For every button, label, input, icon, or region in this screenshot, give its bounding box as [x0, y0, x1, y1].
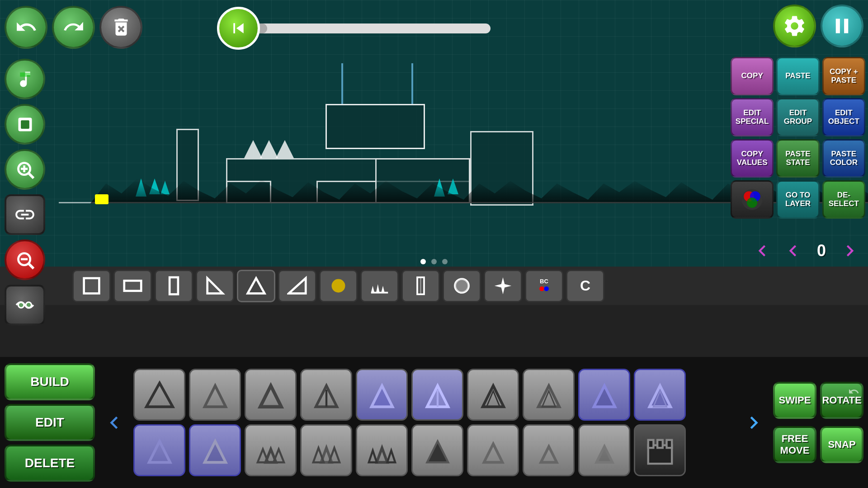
svg-marker-21 [289, 278, 306, 294]
svg-marker-47 [649, 385, 670, 407]
tab-diagonal[interactable] [196, 270, 234, 302]
tab-circle-white[interactable] [443, 270, 481, 302]
hanging-platform [326, 104, 425, 149]
paste-state-button[interactable]: PASTE STATE [776, 139, 819, 178]
tab-grass[interactable] [360, 270, 399, 302]
tab-square[interactable] [72, 270, 111, 302]
tab-triangle-active[interactable] [237, 270, 275, 302]
svg-marker-44 [538, 385, 559, 407]
tab-pipe[interactable] [401, 270, 440, 302]
obj-spike-multi-2[interactable] [300, 424, 352, 476]
zoom-in-button[interactable] [5, 149, 45, 190]
obj-spike-6[interactable] [411, 369, 463, 421]
dot-3[interactable] [442, 259, 448, 264]
go-to-layer-button[interactable]: GO TO LAYER [776, 180, 819, 219]
edit-group-button[interactable]: EDIT GROUP [776, 98, 819, 136]
obj-spike-9[interactable] [578, 369, 630, 421]
color-wheel-button[interactable] [731, 180, 774, 219]
tab-bc[interactable]: BC [525, 270, 563, 302]
settings-button[interactable] [773, 5, 816, 47]
obj-spike-outline[interactable] [578, 424, 630, 476]
obj-spike-7[interactable] [467, 369, 519, 421]
obj-spike-4[interactable] [300, 369, 352, 421]
undo-button[interactable] [5, 6, 47, 49]
right-panel-row-2: EDIT SPECIAL EDIT GROUP EDIT OBJECT [731, 98, 865, 136]
zoom-out-button[interactable] [5, 239, 45, 280]
svg-point-15 [747, 197, 757, 208]
obj-spike-12[interactable] [189, 424, 241, 476]
copy-values-button[interactable]: COPY VALUES [731, 139, 774, 178]
obj-row-2 [133, 424, 735, 476]
svg-rect-16 [84, 278, 99, 294]
right-panel-row-4: GO TO LAYER DE- SELECT [731, 180, 865, 219]
link-button[interactable] [5, 194, 45, 235]
build-mode-button[interactable]: BUILD [5, 363, 95, 400]
tab-c[interactable]: C [566, 270, 604, 302]
obj-spike-8[interactable] [523, 369, 575, 421]
obj-spike-med[interactable] [467, 424, 519, 476]
snap-button[interactable]: SNAP [820, 426, 863, 463]
obj-spike-multi-1[interactable] [245, 424, 297, 476]
obj-spike-1[interactable] [133, 369, 185, 421]
copy-button[interactable]: COPY [731, 57, 774, 95]
right-panel-row-3: COPY VALUES PASTE STATE PASTE COLOR [731, 139, 865, 178]
objects-prev-button[interactable] [99, 377, 129, 468]
svg-marker-60 [427, 441, 448, 462]
edit-special-button[interactable]: EDIT SPECIAL [731, 98, 774, 136]
svg-marker-42 [482, 385, 504, 407]
copy-paste-button[interactable]: COPY + PASTE [822, 57, 865, 95]
svg-rect-66 [657, 440, 663, 448]
layer-prev-far[interactable] [749, 237, 776, 264]
objects-next-button[interactable] [739, 377, 769, 468]
tab-sparkle[interactable] [484, 270, 522, 302]
tab-circle[interactable] [319, 270, 358, 302]
obj-spike-5[interactable] [356, 369, 408, 421]
delete-mode-button[interactable]: DELETE [5, 445, 95, 482]
svg-marker-49 [149, 441, 170, 462]
layer-next[interactable] [836, 237, 863, 264]
layer-prev[interactable] [779, 237, 807, 264]
obj-spike-sm[interactable] [523, 424, 575, 476]
tab-ramp[interactable] [278, 270, 316, 302]
paste-color-button[interactable]: PASTE COLOR [822, 139, 865, 178]
pause-button[interactable] [821, 5, 863, 47]
obj-spike-2[interactable] [189, 369, 241, 421]
stop-button[interactable] [5, 104, 45, 145]
music-button[interactable] [5, 59, 45, 99]
tab-rect[interactable] [113, 270, 152, 302]
svg-marker-19 [208, 278, 223, 294]
edit-mode-button[interactable]: EDIT [5, 404, 95, 441]
play-button[interactable] [217, 7, 260, 50]
delete-all-button[interactable] [99, 6, 142, 49]
redo-button[interactable] [52, 6, 95, 49]
progress-bar-container[interactable] [255, 23, 491, 33]
obj-spike-dark[interactable] [411, 424, 463, 476]
right-action-buttons: SWIPE ROTATE FREE MOVE SNAP [773, 382, 863, 463]
svg-rect-65 [648, 440, 653, 448]
rotate-button[interactable]: ROTATE [820, 382, 863, 419]
svg-marker-55 [313, 448, 323, 462]
paste-button[interactable]: PASTE [776, 57, 819, 95]
svg-marker-39 [371, 385, 392, 407]
layer-nav: 0 [749, 237, 863, 264]
edit-object-button[interactable]: EDIT OBJECT [822, 98, 865, 136]
deselect-button[interactable]: DE- SELECT [822, 180, 865, 219]
obj-spike-10[interactable] [634, 369, 686, 421]
free-move-button[interactable]: FREE MOVE [773, 426, 816, 463]
dot-2[interactable] [431, 259, 437, 264]
obj-spike-multi-3[interactable] [356, 424, 408, 476]
svg-point-32 [539, 286, 544, 291]
cyan-spike-3 [160, 181, 170, 194]
object-grid [0, 305, 868, 357]
top-right-area [773, 5, 863, 47]
free-draw-button[interactable] [5, 285, 45, 325]
tab-tall-rect[interactable] [155, 270, 193, 302]
swipe-button[interactable]: SWIPE [773, 382, 816, 419]
dot-1[interactable] [420, 259, 426, 264]
playback-area [217, 7, 491, 50]
obj-spike-11[interactable] [133, 424, 185, 476]
obj-spike-3[interactable] [245, 369, 297, 421]
obj-castle[interactable] [634, 424, 686, 476]
svg-marker-56 [329, 448, 339, 462]
bottom-area: BC C BUILD EDIT DELETE [0, 267, 868, 488]
